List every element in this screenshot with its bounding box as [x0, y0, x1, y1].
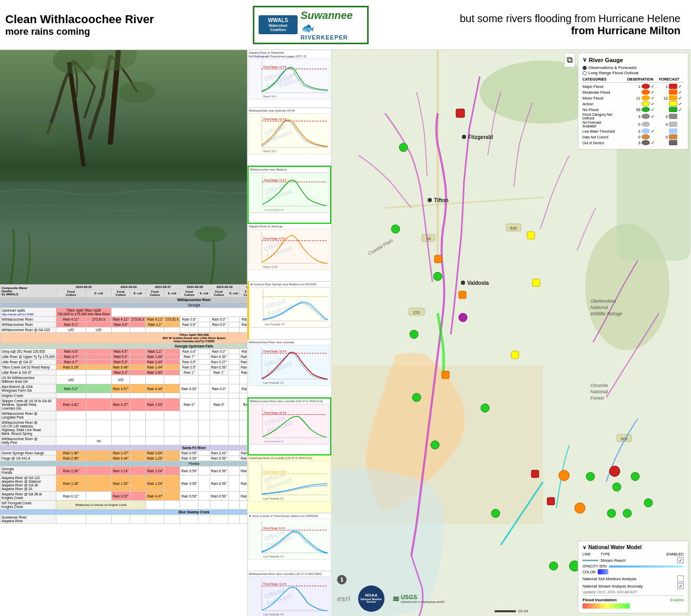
svg-rect-95	[459, 291, 466, 299]
chart-suwannee-branford: Withlacoochee River near Lowndes (US-27 …	[248, 398, 331, 455]
col-date-1: 2024-09-26	[112, 285, 146, 290]
chart-title-3: Alapaha River at Jennings	[249, 225, 330, 228]
legend-col-fc: FORECAST	[655, 77, 684, 81]
legend-fc-icon-action	[669, 101, 677, 106]
table-row: Withlacoochee River Rain 4.11"273.91 k R…	[1, 317, 248, 322]
legend-row-moderate-flood: Moderate Flood ✓ ✓	[583, 90, 684, 95]
svg-text:Reach: 11.45: Reach: 11.45	[263, 266, 278, 269]
section-upstream-falls: Georgia Upstream Falls	[1, 344, 248, 349]
wwals-badge: WWALS Watershed Coalition	[259, 15, 298, 35]
nwm-legend: ∨ National Water Model LINE TYPE ENABLED…	[578, 541, 688, 613]
table-row: Alapaha River @ GA 38 atKnights Creek Ra…	[1, 492, 248, 501]
svg-text:Low Threshold: 6.0: Low Threshold: 6.0	[263, 498, 284, 500]
svg-text:Flood Stage: 11.5 ft: Flood Stage: 11.5 ft	[264, 178, 287, 181]
nwm-flood-color-row	[583, 603, 684, 609]
nwm-flood-color[interactable]	[583, 603, 630, 609]
col-date-0: 2024-09-25	[56, 285, 112, 290]
table-row: Oesy a@ 351 Road 105,635 Rain 4.5" Rain …	[1, 349, 248, 354]
nwm-opacity-slider[interactable]	[609, 565, 684, 568]
svg-point-102	[391, 225, 400, 233]
legend-obs-icon-fcnd	[641, 114, 650, 119]
svg-text:Flood Stage: 14.0 ft: Flood Stage: 14.0 ft	[263, 470, 287, 473]
svg-text:Valdosta: Valdosta	[467, 280, 489, 286]
legend-col-obs: OBSERVATION	[626, 77, 655, 81]
svg-rect-121	[511, 351, 519, 359]
table-row: Little River @ GA 37 Rain 4.7" Rain 5.3"…	[1, 360, 248, 365]
water-quality-table: Composite WaterQualityby WWALS 2024-09-2…	[0, 284, 247, 524]
nwm-stream-analysis-checkbox[interactable]: ✓	[677, 583, 684, 589]
nwm-enabled-checkbox[interactable]: ✓	[677, 557, 684, 563]
col-header-ec: E. coli	[86, 290, 111, 297]
legend-fc-icon-dnc	[669, 134, 677, 140]
nwm-opacity-row: OPACITY 50%	[583, 564, 684, 568]
svg-point-3	[26, 123, 68, 146]
chart-svg-9: Flood Stage: 11.0 ft Low Threshold: 4.5 …	[249, 577, 330, 616]
svg-rect-98	[547, 498, 555, 505]
table-row: Skipper Creek @ US M to GA 84Weather, Sp…	[1, 399, 248, 411]
svg-point-84	[461, 281, 465, 285]
map-info-button[interactable]: ℹ	[337, 575, 347, 584]
data-table-section[interactable]: Composite WaterQualityby WWALS 2024-09-2…	[0, 284, 247, 616]
chart-suwannee-luraville: Suwannee River at Luraville (US-27 to VA…	[248, 455, 331, 513]
legend-title: ∨ River Gauge	[583, 56, 684, 63]
svg-point-120	[609, 466, 620, 476]
legend-obs-icon-dnc	[641, 134, 650, 140]
svg-text:Fitzgerald: Fitzgerald	[468, 134, 493, 140]
svg-rect-100	[532, 279, 540, 286]
map-logos: esri NOAA National Weather Service ≋ USG…	[337, 585, 445, 612]
col-header-fc: FocalCulture	[56, 290, 86, 297]
nwm-soil-moisture: National Soil Moisture Analysis	[583, 575, 684, 582]
legend-row-fcnd: Flood Category NotDefined 3 ✓ 0	[583, 113, 684, 120]
legend-radio-group[interactable]: Observations & Forecasts Long Range Floo…	[583, 65, 684, 75]
table-row: Suwannee RiverAlapaha River	[1, 515, 248, 524]
table-row: Fargo @ US 441 A Rain 2.96" Rain 4.44" R…	[1, 456, 248, 461]
nwm-soil-checkbox[interactable]	[677, 575, 684, 582]
riverkeeper-name: Suwannee 🐟	[301, 9, 363, 34]
nwm-updated: Updated: Oct 6, 2024, 8:00 AM EDT	[583, 590, 684, 594]
legend-obs-icon-action	[641, 101, 650, 106]
svg-text:Flood Stage: 9.0 ft: Flood Stage: 9.0 ft	[263, 237, 285, 240]
radio-long-range[interactable]: Long Range Flood Outlook	[583, 71, 684, 75]
layer-toggle[interactable]: ⧉	[564, 53, 575, 67]
svg-point-103	[433, 272, 442, 281]
esri-logo: esri	[337, 594, 350, 603]
col-date-4: 2024-09-29	[210, 285, 239, 290]
svg-rect-93	[456, 109, 465, 117]
table-row: Withlacoochee River @Langdale Park	[1, 411, 248, 420]
legend-row-dnc: Data Not Current 0 0	[583, 134, 684, 140]
nwm-color-picker[interactable]	[598, 569, 608, 574]
legend-fc-icon-minor	[669, 95, 677, 101]
chart-title-0: Alapaha River at StatenvilleFull Hydrogr…	[249, 51, 330, 58]
svg-point-107	[481, 404, 489, 412]
svg-text:Flood Stage: 11.0 ft: Flood Stage: 11.0 ft	[263, 582, 287, 585]
legend-row-action: Action ✓ ✓	[583, 101, 684, 106]
svg-text:Reach: 14.6: Reach: 14.6	[263, 95, 277, 98]
chart-title-1: Withlacoochee near Quitman US 84	[249, 109, 330, 113]
legend-obs-icon-nfa	[641, 122, 650, 127]
left-panel: Composite WaterQualityby WWALS 2024-09-2…	[0, 50, 248, 616]
svg-rect-6	[249, 58, 330, 100]
legend-row-nfa: No ForecastAvailable 0 0	[583, 121, 684, 128]
table-row: GeorgiaFlorida Rain 2.28" Rain 2.14" Rai…	[1, 466, 248, 475]
svg-text:Flood Stage: 18.0 ft: Flood Stage: 18.0 ft	[264, 411, 287, 414]
riverkeeper-tagline: RIVERKEEPER	[301, 34, 348, 41]
map-panel[interactable]: 82 520 221 201	[332, 50, 691, 616]
svg-point-110	[613, 483, 621, 491]
svg-text:Flood Stage: 9.0 ft: Flood Stage: 9.0 ft	[263, 526, 285, 530]
table-row: Withlacoochee River @Holly Pine nb nb	[1, 436, 248, 445]
chart-svg-2: Flood Stage: 11.5 ft Low Threshold: 4.0 …	[250, 172, 329, 213]
legend-col-headers: CATEGORIES OBSERVATION FORECAST	[583, 77, 684, 83]
svg-text:National: National	[590, 305, 608, 310]
svg-point-104	[410, 330, 418, 339]
nwm-color-row: COLOR	[583, 569, 684, 574]
svg-rect-96	[442, 371, 449, 379]
legend-row-oos: Out of Service 3 ✓	[583, 140, 684, 145]
page-title-line2: more rains coming	[5, 26, 253, 37]
svg-point-108	[491, 509, 500, 518]
nwm-divider	[583, 595, 684, 596]
radio-observations[interactable]: Observations & Forecasts	[583, 65, 684, 70]
section-georgia: Georgia	[1, 303, 248, 308]
legend-row-no-flood: No Flood 58 ✓ ✓	[583, 107, 684, 112]
nwm-stream-reach: Stream Reach ✓	[583, 557, 684, 563]
nwm-title: ∨ National Water Model	[583, 544, 684, 550]
